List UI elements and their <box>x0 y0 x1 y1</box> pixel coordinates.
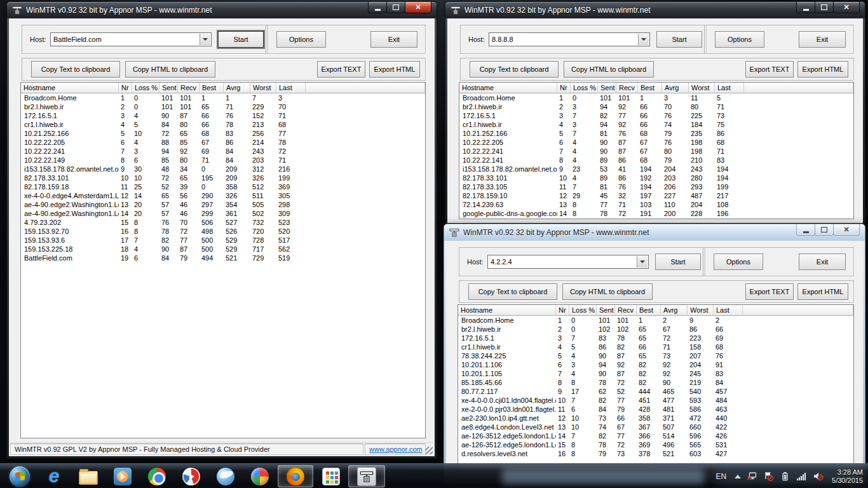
start-button[interactable] <box>3 464 37 488</box>
table-row[interactable]: i153.158.178.82.omantel.net.om9304834020… <box>21 165 425 173</box>
host-combobox[interactable]: BattleField.com <box>50 32 212 46</box>
taskbar-item-kmplayer[interactable] <box>174 464 208 488</box>
table-row[interactable]: 82.178.159.1012294532197227487217 <box>459 191 853 200</box>
column-header-hostname[interactable]: Hostname <box>458 305 556 316</box>
exit-button[interactable]: Exit <box>799 31 846 48</box>
column-header-recv[interactable]: Recv <box>615 305 637 316</box>
minimize-button[interactable] <box>796 2 815 13</box>
table-row[interactable]: 159.153.93.61778277500529728517 <box>21 236 425 245</box>
exit-button[interactable]: Exit <box>370 31 417 48</box>
table-row[interactable]: ae2-230.lon10.ip4.gtt.net121073663583714… <box>458 414 853 423</box>
taskbar-item-media-player[interactable] <box>105 464 140 488</box>
table-row[interactable]: 172.16.5.1378277667622573 <box>459 111 853 120</box>
table-row[interactable]: 80.77.2.1179176252444465540457 <box>458 387 853 396</box>
taskbar-item-maxthon[interactable] <box>208 464 243 488</box>
table-row[interactable]: 10.201.1.105749087829224583 <box>458 369 853 378</box>
table-row[interactable]: 172.16.5.1378378657222369 <box>458 334 853 342</box>
host-combobox[interactable]: 8.8.8.8 <box>489 32 650 46</box>
table-row[interactable]: ae-4-90.edge2.Washington1.Level3....1420… <box>21 209 425 218</box>
title-bar[interactable]: WinMTR v0.92 32 bit by Appnor MSP - www.… <box>444 224 865 241</box>
column-header-avrg[interactable]: Avrg <box>224 83 250 93</box>
combobox-dropdown-button[interactable] <box>638 34 649 45</box>
table-row[interactable]: br2.l.hiweb.ir2010210265678666 <box>458 325 853 334</box>
column-header-last[interactable]: Last <box>714 305 743 316</box>
taskbar-item-winmtr[interactable] <box>348 464 385 488</box>
battery-icon[interactable] <box>780 471 790 482</box>
taskbar-item-internet-explorer[interactable]: e <box>37 464 71 488</box>
signal-strength-icon[interactable] <box>796 471 807 482</box>
export-html-button[interactable]: Export HTML <box>797 61 848 78</box>
table-row[interactable]: 10.22.22.241749087678019871 <box>459 147 853 156</box>
column-header-last[interactable]: Last <box>715 83 744 93</box>
column-header-loss-[interactable]: Loss % <box>571 83 598 93</box>
table-row[interactable]: br2.l.hiweb.ir20101101657122970 <box>21 102 425 111</box>
start-button[interactable]: Start <box>655 254 701 270</box>
copy-html-button[interactable]: Copy HTML to clipboard <box>562 283 653 300</box>
export-html-button[interactable]: Export HTML <box>797 283 848 300</box>
language-indicator[interactable]: EN <box>713 472 729 481</box>
combobox-dropdown-button[interactable] <box>637 256 648 268</box>
column-header-recv[interactable]: Recv <box>616 83 638 93</box>
host-combobox[interactable]: 4.2.2.4 <box>487 255 649 269</box>
minimize-button[interactable] <box>368 2 387 13</box>
table-row[interactable]: 10.22.22.205649087677619868 <box>459 138 853 147</box>
export-html-button[interactable]: Export HTML <box>369 61 420 78</box>
export-text-button[interactable]: Export TEXT <box>317 61 365 78</box>
column-header-nr[interactable]: Nr <box>119 83 132 93</box>
close-button[interactable]: ✕ <box>833 224 860 236</box>
column-header-last[interactable]: Last <box>276 83 306 93</box>
table-row[interactable]: xe-2-0-0.0.pjr03.ldn001.flagtel.com11684… <box>458 405 853 414</box>
table-row[interactable]: 10.22.22.141848986687921083 <box>459 156 853 165</box>
table-row[interactable]: 10.21.252.166578176687923586 <box>459 129 853 138</box>
title-bar[interactable]: WinMTR v0.92 32 bit by Appnor MSP - www.… <box>445 2 865 18</box>
table-row[interactable]: 10.22.22.149868580718420371 <box>21 156 425 165</box>
taskbar-item-firefox[interactable] <box>277 464 314 488</box>
action-center-flag-icon[interactable] <box>763 471 774 482</box>
table-row[interactable]: 72.14.239.631387771103110204108 <box>459 200 853 209</box>
taskbar-item-chrome[interactable] <box>140 464 174 488</box>
table-row[interactable]: 159.153.92.701687872498526720520 <box>21 227 425 236</box>
maximize-button[interactable] <box>386 2 405 13</box>
table-row[interactable]: xe-4-0-0.0.cji01.ldn004.flagtel.com10782… <box>458 396 853 405</box>
taskbar-item-file-explorer[interactable] <box>71 464 105 488</box>
table-row[interactable]: cr1.l.hiweb.ir458682667115868 <box>458 342 853 351</box>
volume-muted-icon[interactable] <box>813 471 824 482</box>
network-disconnected-icon[interactable] <box>747 471 757 482</box>
table-row[interactable]: 78.38.244.225549087657320776 <box>458 351 853 360</box>
table-row[interactable]: ae-4-90.edge2.Washington1.Level3....1320… <box>21 200 425 209</box>
column-header-hostname[interactable]: Hostname <box>459 83 557 93</box>
maximize-button[interactable] <box>815 2 834 13</box>
maximize-button[interactable] <box>815 224 834 236</box>
table-row[interactable]: Broadcom.Home1010110113115 <box>459 93 853 102</box>
table-row[interactable]: BattleField.com1968479494521729519 <box>21 254 425 262</box>
column-header-sent[interactable]: Sent <box>598 83 616 93</box>
column-header-avrg[interactable]: Avrg <box>661 305 688 316</box>
column-header-avrg[interactable]: Avrg <box>662 83 689 93</box>
column-header-best[interactable]: Best <box>638 83 662 93</box>
table-row[interactable]: 10.22.22.241739492698424372 <box>21 147 425 156</box>
table-row[interactable]: 82.178.33.1011048986192203280194 <box>459 173 853 182</box>
column-header-hostname[interactable]: Hostname <box>21 83 119 93</box>
column-header-best[interactable]: Best <box>637 305 661 316</box>
column-header-loss-[interactable]: Loss % <box>569 305 597 316</box>
copy-text-button[interactable]: Copy Text to clipboard <box>31 61 120 78</box>
table-row[interactable]: 10.22.22.205648885678621478 <box>21 138 425 147</box>
table-row[interactable]: 10.21.252.1665107265688325677 <box>21 129 425 138</box>
minimize-button[interactable] <box>796 224 815 236</box>
column-header-nr[interactable]: Nr <box>557 83 571 93</box>
table-row[interactable]: google-public-dns-a.google.com1487872191… <box>459 209 853 218</box>
show-hidden-icons-button[interactable] <box>735 475 741 478</box>
start-button[interactable]: Start <box>218 31 264 48</box>
table-row[interactable]: 82.178.33.10110107265195209326199 <box>21 173 425 182</box>
appnor-link[interactable]: www.appnor.com <box>369 445 423 453</box>
start-button[interactable]: Start <box>656 31 702 48</box>
column-header-sent[interactable]: Sent <box>159 83 178 93</box>
table-row[interactable]: i153.158.178.82.omantel.net.om9235341194… <box>459 165 853 173</box>
options-button[interactable]: Options <box>715 31 764 48</box>
table-row[interactable]: 172.16.5.1349087667615271 <box>21 111 425 120</box>
copy-text-button[interactable]: Copy Text to clipboard <box>468 283 557 300</box>
table-row[interactable]: ae-126-3512.edge5.london1.Level3....1478… <box>458 431 853 440</box>
export-text-button[interactable]: Export TEXT <box>745 61 794 78</box>
table-row[interactable]: 85.185.45.66887872829021984 <box>458 378 853 387</box>
table-row[interactable]: 4.79.23.2021587670506527732523 <box>21 218 425 227</box>
